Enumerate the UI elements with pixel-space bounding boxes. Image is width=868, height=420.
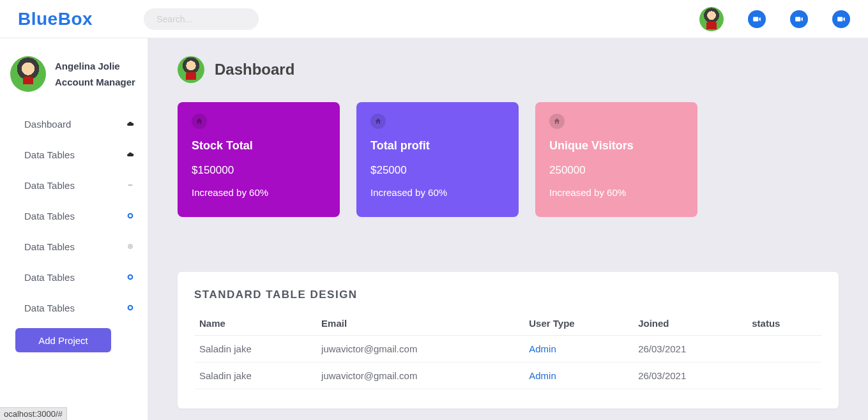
card-value: $150000 xyxy=(192,164,326,177)
cell-joined: 26/03/2021 xyxy=(633,363,747,389)
card-value: 250000 xyxy=(549,164,683,177)
add-project-button[interactable]: Add Project xyxy=(15,328,111,352)
user-role: Account Manager xyxy=(55,77,135,87)
sidebar: Angelina Jolie Account Manager Dashboard… xyxy=(0,38,148,420)
cell-name: Saladin jake xyxy=(194,336,316,363)
table-row: Saladin jakejuwavictor@gmail.comAdmin26/… xyxy=(194,336,822,363)
video-icon[interactable] xyxy=(748,10,766,28)
video-icon[interactable] xyxy=(790,10,808,28)
card-sub: Increased by 60% xyxy=(370,187,505,198)
home-icon xyxy=(370,114,386,129)
circle-blue-icon xyxy=(126,211,135,220)
table-header-row: NameEmailUser TypeJoinedstatus xyxy=(194,311,822,336)
sidebar-nav: DashboardData TablesData TablesData Tabl… xyxy=(10,109,137,323)
user-type-link[interactable]: Admin xyxy=(529,343,556,354)
stat-card[interactable]: Unique Visitors250000Increased by 60% xyxy=(535,102,697,217)
card-title: Total profit xyxy=(370,139,505,153)
sidebar-item[interactable]: Data Tables xyxy=(10,262,137,292)
svg-point-5 xyxy=(128,306,133,310)
svg-point-2 xyxy=(128,244,133,249)
sidebar-item[interactable]: Data Tables xyxy=(10,170,137,200)
stat-card[interactable]: Stock Total$150000Increased by 60% xyxy=(178,102,340,217)
circle-blue-icon xyxy=(126,303,135,312)
card-title: Stock Total xyxy=(192,139,326,153)
data-table: NameEmailUser TypeJoinedstatus Saladin j… xyxy=(194,311,822,389)
sidebar-item[interactable]: Data Tables xyxy=(10,292,137,323)
table-panel: STANDARD TABLE DESIGN NameEmailUser Type… xyxy=(178,272,839,409)
dash-grey-icon xyxy=(126,181,135,190)
sidebar-item-label: Dashboard xyxy=(24,119,71,130)
page-header: Dashboard xyxy=(178,56,839,83)
cloud-dark-icon xyxy=(126,119,135,128)
sidebar-item[interactable]: Data Tables xyxy=(10,139,137,170)
svg-point-4 xyxy=(128,275,133,280)
sidebar-user: Angelina Jolie Account Manager xyxy=(10,56,137,92)
home-icon xyxy=(549,114,565,129)
sidebar-item-label: Data Tables xyxy=(24,149,75,160)
col-header: Joined xyxy=(633,311,747,336)
table-title: STANDARD TABLE DESIGN xyxy=(194,289,822,301)
circle-blue-icon xyxy=(126,273,135,281)
cell-status xyxy=(747,363,822,389)
video-icon[interactable] xyxy=(832,10,850,28)
svg-point-1 xyxy=(128,214,133,218)
sidebar-item-label: Data Tables xyxy=(24,241,75,252)
page-title: Dashboard xyxy=(215,61,294,79)
cell-type: Admin xyxy=(524,336,633,363)
user-type-link[interactable]: Admin xyxy=(529,370,556,381)
sidebar-item[interactable]: Dashboard xyxy=(10,109,137,139)
table-row: Saladin jakejuwavictor@gmail.comAdmin26/… xyxy=(194,363,822,389)
card-title: Unique Visitors xyxy=(549,139,683,153)
col-header: status xyxy=(747,311,822,336)
col-header: Email xyxy=(316,311,524,336)
stat-card[interactable]: Total profit$25000Increased by 60% xyxy=(356,102,519,217)
sidebar-item-label: Data Tables xyxy=(24,272,75,283)
cell-name: Saladin jake xyxy=(194,363,316,389)
stat-cards: Stock Total$150000Increased by 60%Total … xyxy=(178,102,839,217)
avatar xyxy=(178,56,204,83)
sidebar-item[interactable]: Data Tables xyxy=(10,200,137,231)
cloud-dark-icon xyxy=(126,150,135,159)
cell-email: juwavictor@gmail.com xyxy=(316,363,524,389)
card-sub: Increased by 60% xyxy=(549,187,683,198)
cell-joined: 26/03/2021 xyxy=(633,336,747,363)
svg-point-3 xyxy=(130,246,132,248)
avatar[interactable] xyxy=(699,7,724,31)
sidebar-item-label: Data Tables xyxy=(24,180,75,191)
main-content: Dashboard Stock Total$150000Increased by… xyxy=(148,38,868,420)
sidebar-item-label: Data Tables xyxy=(24,211,75,221)
brand-logo[interactable]: BlueBox xyxy=(18,9,93,29)
browser-status: ocalhost:3000/# xyxy=(0,407,67,420)
col-header: User Type xyxy=(524,311,633,336)
home-icon xyxy=(192,114,207,129)
topbar: BlueBox xyxy=(0,0,868,38)
avatar[interactable] xyxy=(10,56,46,92)
target-grey-icon xyxy=(126,242,135,251)
col-header: Name xyxy=(194,311,316,336)
cell-type: Admin xyxy=(524,363,633,389)
sidebar-item-label: Data Tables xyxy=(24,303,75,313)
topbar-actions xyxy=(699,7,850,31)
cell-status xyxy=(747,336,822,363)
cell-email: juwavictor@gmail.com xyxy=(316,336,524,363)
card-value: $25000 xyxy=(370,164,505,177)
search-input[interactable] xyxy=(144,8,259,30)
user-name: Angelina Jolie xyxy=(55,61,135,71)
sidebar-item[interactable]: Data Tables xyxy=(10,231,137,262)
card-sub: Increased by 60% xyxy=(192,187,326,198)
